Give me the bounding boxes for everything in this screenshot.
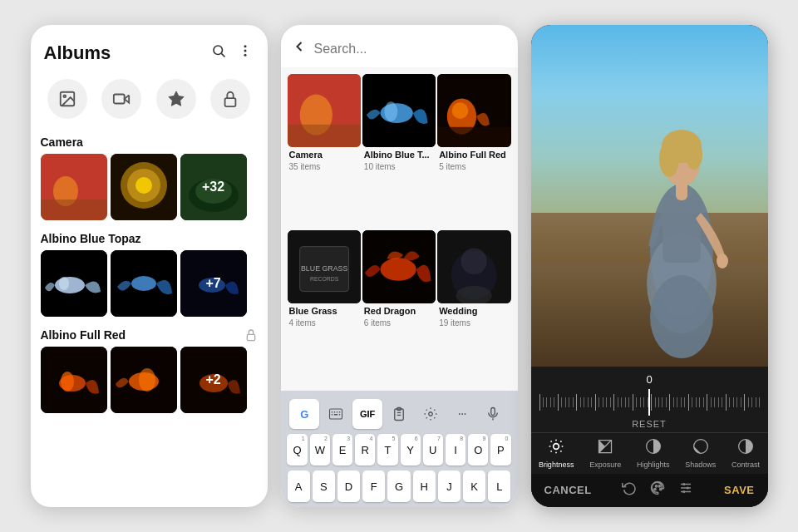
- adj-tab-exposure[interactable]: Exposure: [589, 438, 621, 469]
- search-icon-btn[interactable]: [209, 42, 228, 64]
- key-a[interactable]: A: [288, 470, 310, 502]
- albino-blue-thumb-2[interactable]: [111, 250, 177, 317]
- albums-title: Albums: [44, 42, 111, 64]
- key-p[interactable]: P0: [490, 434, 510, 466]
- key-u[interactable]: U7: [423, 434, 443, 466]
- albino-red-thumb-2[interactable]: [111, 347, 177, 413]
- grid-count-albino-blue: 10 items: [362, 162, 436, 171]
- filter-videos[interactable]: [101, 79, 141, 119]
- key-d[interactable]: D: [337, 470, 360, 502]
- camera-thumb-2[interactable]: [111, 154, 177, 220]
- red2-photo: [111, 347, 177, 413]
- camera-thumb-1[interactable]: [41, 154, 107, 220]
- grid-count-wedding: 19 items: [437, 318, 510, 328]
- clipboard-btn[interactable]: [384, 399, 414, 429]
- key-g[interactable]: G: [387, 470, 410, 502]
- adj-tab-brightness[interactable]: Brightness: [539, 438, 574, 469]
- save-button[interactable]: SAVE: [724, 484, 754, 496]
- filter-favorites[interactable]: [156, 79, 196, 119]
- svg-rect-76: [663, 196, 701, 263]
- camera-thumb-3[interactable]: +32: [180, 154, 247, 220]
- svg-rect-65: [339, 414, 341, 416]
- grid-item-albino-red[interactable]: Albino Full Red 5 items: [437, 74, 510, 229]
- albums-header: Albums: [31, 25, 268, 72]
- grid-item-albino-blue[interactable]: Albino Blue T... 10 items: [362, 74, 436, 229]
- key-s[interactable]: S: [313, 470, 335, 502]
- search-header: [281, 25, 518, 67]
- more-icon-btn[interactable]: [236, 42, 254, 64]
- highlights-icon: [645, 438, 662, 459]
- highlights-label-tab: Highlights: [637, 461, 670, 469]
- grid-item-bluegrass[interactable]: BLUE GRASS RECORDS Blue Grass 4 items: [288, 230, 361, 385]
- search-icon: [211, 43, 226, 58]
- grid-item-wedding[interactable]: Wedding 19 items: [437, 230, 510, 385]
- svg-point-75: [650, 275, 713, 358]
- lock-icon: [221, 90, 239, 108]
- key-t[interactable]: T5: [377, 434, 397, 466]
- albino-blue-photos-row: +7: [41, 250, 258, 317]
- key-l[interactable]: L: [488, 470, 510, 502]
- more-btn[interactable]: ···: [447, 399, 477, 429]
- key-h[interactable]: H: [413, 470, 436, 502]
- albino-red-count: +2: [180, 347, 247, 413]
- reset-button[interactable]: RESET: [531, 416, 768, 432]
- contrast-label-tab: Contrast: [732, 461, 760, 469]
- cancel-button[interactable]: CANCEL: [544, 484, 592, 496]
- google-btn[interactable]: G: [289, 399, 319, 429]
- grid-item-red-dragon[interactable]: Red Dragon 6 items: [362, 230, 436, 385]
- filter-locked[interactable]: [210, 79, 250, 119]
- back-button[interactable]: [291, 38, 308, 59]
- adj-tab-shadows[interactable]: Shadows: [685, 438, 716, 469]
- svg-rect-28: [247, 334, 254, 340]
- svg-point-82: [717, 254, 728, 268]
- palette-icon-btn[interactable]: [650, 480, 665, 499]
- woman-figure: [628, 67, 736, 367]
- editor-footer: CANCEL SAVE: [531, 474, 768, 507]
- filter-photos[interactable]: [47, 79, 87, 119]
- key-f[interactable]: F: [362, 470, 385, 502]
- rotate-icon: [622, 480, 637, 495]
- key-y[interactable]: Y6: [401, 434, 421, 466]
- crop-icon-btn[interactable]: [622, 480, 637, 499]
- guppy2-photo: [111, 250, 177, 317]
- svg-rect-62: [339, 411, 341, 413]
- key-j[interactable]: J: [438, 470, 461, 502]
- key-r[interactable]: R4: [355, 434, 375, 466]
- adj-tab-contrast[interactable]: Contrast: [732, 438, 760, 469]
- key-i[interactable]: I8: [446, 434, 466, 466]
- key-o[interactable]: O9: [468, 434, 488, 466]
- adj-tab-highlights[interactable]: Highlights: [637, 438, 670, 469]
- keyboard-icon-btn[interactable]: [321, 399, 351, 429]
- search-input[interactable]: [314, 42, 508, 57]
- albino-red-thumb-3[interactable]: +2: [180, 347, 247, 413]
- camera-photos-row: +32: [41, 154, 258, 220]
- grid-albino-red-photo: [437, 74, 510, 147]
- grid-label-bluegrass: Blue Grass: [288, 306, 361, 316]
- svg-line-91: [560, 441, 561, 442]
- gif-btn[interactable]: GIF: [352, 399, 382, 429]
- red1-photo: [41, 347, 107, 413]
- grid-label-wedding: Wedding: [437, 306, 510, 316]
- mic-icon: [485, 406, 500, 421]
- albino-blue-thumb-3[interactable]: +7: [180, 250, 247, 317]
- svg-point-46: [452, 102, 469, 119]
- albino-red-thumb-1[interactable]: [41, 347, 107, 413]
- key-q[interactable]: Q1: [287, 434, 307, 466]
- grid-thumb-red-dragon: [362, 230, 436, 303]
- grid-label-camera: Camera: [288, 150, 361, 160]
- svg-point-23: [59, 277, 69, 290]
- key-k[interactable]: K: [463, 470, 485, 502]
- grid-count-red-dragon: 6 items: [362, 318, 436, 328]
- keyboard-rows: Q1 W2 E3 R4 T5 Y6 U7 I8 O9 P0 A S D F G …: [284, 432, 515, 504]
- svg-rect-9: [224, 98, 235, 106]
- sliders-icon-btn[interactable]: [678, 480, 693, 499]
- key-e[interactable]: E3: [332, 434, 352, 466]
- svg-point-97: [658, 485, 660, 487]
- settings-btn[interactable]: [416, 399, 446, 429]
- key-w[interactable]: W2: [310, 434, 330, 466]
- grid-item-camera[interactable]: Camera 35 items: [288, 74, 361, 229]
- mic-btn[interactable]: [478, 399, 508, 429]
- brightness-label-tab: Brightness: [539, 461, 574, 469]
- gold-photo: [111, 154, 177, 220]
- albino-blue-thumb-1[interactable]: [41, 250, 107, 317]
